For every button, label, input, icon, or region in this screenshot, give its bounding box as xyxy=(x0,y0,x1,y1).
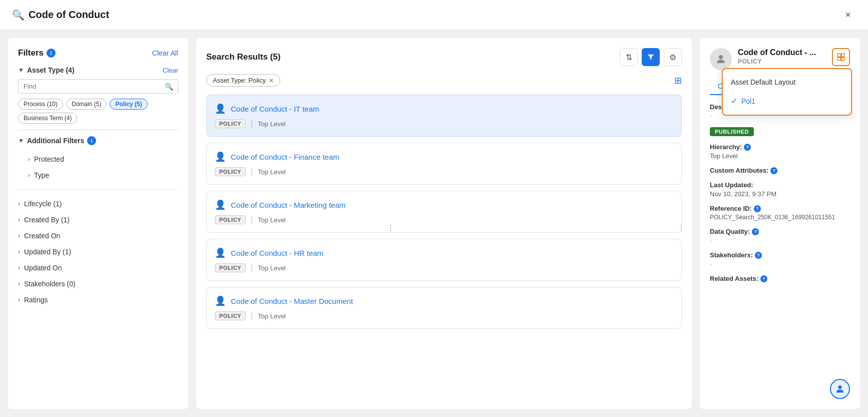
result-item-1-level: Top Level xyxy=(258,168,286,176)
result-item-1-policy-tag: POLICY xyxy=(215,167,246,176)
chevron-right-icon-2: › xyxy=(28,172,30,179)
additional-filters-title[interactable]: ▼ Additional Filters i xyxy=(18,136,96,145)
chevron-down-icon: ▼ xyxy=(18,67,24,74)
filter-tag-business-term[interactable]: Business Term (4) xyxy=(18,113,77,124)
settings-button[interactable]: ⚙ xyxy=(664,48,682,66)
result-item-4-title: Code of Conduct - Master Document xyxy=(231,297,353,305)
detail-asset-icon xyxy=(710,48,732,70)
dropdown-item-pol1[interactable]: ✓ Pol1 xyxy=(723,91,851,111)
result-item-1-icon: 👤 xyxy=(215,151,226,162)
detail-reference-id-label: Reference ID: ? xyxy=(710,205,850,212)
detail-data-quality-value: - xyxy=(710,237,850,244)
divider-2 xyxy=(18,189,178,190)
result-item-3-title: Code of Conduct - HR team xyxy=(231,249,323,257)
svg-rect-3 xyxy=(837,58,840,61)
asset-type-header: ▼ Asset Type (4) Clear xyxy=(18,66,178,74)
bottom-avatar[interactable] xyxy=(830,379,850,399)
detail-header: Code of Conduct - ... POLICY xyxy=(710,48,850,70)
filters-info-icon: i xyxy=(47,49,56,58)
protected-filter-row[interactable]: › Protected xyxy=(18,151,178,167)
chevron-down-icon-2: ▼ xyxy=(18,137,24,144)
data-quality-help-icon: ? xyxy=(752,228,759,235)
filters-panel: Filters i Clear All ▼ Asset Type (4) Cle… xyxy=(8,38,188,409)
ratings-filter-row[interactable]: › Ratings xyxy=(18,292,178,308)
detail-related-assets-field: Related Assets: ? xyxy=(710,275,850,282)
updated-on-filter-row[interactable]: › Updated On xyxy=(18,260,178,276)
active-filters-bar: Asset Type: Policy ✕ ⊞ xyxy=(206,74,682,87)
filter-tag-domain[interactable]: Domain (5) xyxy=(66,99,107,110)
meta-divider: | xyxy=(251,119,253,128)
detail-reference-id-value: POLICY_Search_250K_0136_1699261011551 xyxy=(710,214,850,221)
result-item-0[interactable]: 👤 Code of Conduct - IT team POLICY | Top… xyxy=(206,95,682,137)
result-item-3[interactable]: 👤 Code of Conduct - HR team POLICY | Top… xyxy=(206,239,682,281)
filter-tag-policy[interactable]: Policy (5) xyxy=(110,99,147,110)
detail-data-quality-field: Data Quality: ? - xyxy=(710,228,850,244)
result-item-4[interactable]: 👤 Code of Conduct - Master Document POLI… xyxy=(206,287,682,329)
asset-type-title[interactable]: ▼ Asset Type (4) xyxy=(18,66,75,74)
dropdown-item-asset-default[interactable]: Asset Default Layout xyxy=(723,73,851,91)
detail-stakeholders-value: - xyxy=(710,260,850,268)
stakeholders-filter-row[interactable]: › Stakeholders (0) xyxy=(18,276,178,292)
detail-title-area: Code of Conduct - ... POLICY xyxy=(738,48,826,65)
result-item-3-icon: 👤 xyxy=(215,247,226,258)
lifecycle-filter-row[interactable]: › Lifecycle (1) xyxy=(18,196,178,212)
close-button[interactable]: × xyxy=(840,7,856,23)
filter-active-button[interactable] xyxy=(642,48,660,66)
filter-options-icon[interactable]: ⊞ xyxy=(674,75,682,86)
search-results-header: Search Results (5) ⇅ ⚙ xyxy=(206,48,682,66)
main-layout: Filters i Clear All ▼ Asset Type (4) Cle… xyxy=(0,30,868,417)
check-icon: ✓ xyxy=(731,96,737,106)
result-item-0-meta: POLICY | Top Level xyxy=(215,119,673,128)
asset-type-find-input[interactable] xyxy=(18,79,178,94)
chevron-right-icon-5: › xyxy=(18,232,20,239)
result-item-1[interactable]: 👤 Code of Conduct - Finance team POLICY … xyxy=(206,143,682,185)
result-item-2-policy-tag: POLICY xyxy=(215,215,246,224)
result-item-0-level: Top Level xyxy=(258,120,286,128)
sort-button[interactable]: ⇅ xyxy=(620,48,638,66)
asset-type-search-box: 🔍 xyxy=(18,79,178,94)
filters-title: Filters i xyxy=(18,48,56,58)
created-by-filter-row[interactable]: › Created By (1) xyxy=(18,212,178,228)
updated-by-filter-row[interactable]: › Updated By (1) xyxy=(18,244,178,260)
detail-data-quality-label: Data Quality: ? xyxy=(710,228,850,235)
divider-1 xyxy=(18,130,178,130)
custom-attributes-help-icon: ? xyxy=(770,167,777,174)
search-results-title: Search Results (5) xyxy=(206,52,280,62)
type-filter-row[interactable]: › Type xyxy=(18,167,178,183)
chevron-right-icon-7: › xyxy=(18,264,20,271)
active-filter-policy-tag: Asset Type: Policy ✕ xyxy=(206,74,280,87)
result-item-2[interactable]: 👤 Code of Conduct - Marketing team POLIC… xyxy=(206,191,682,233)
filters-header: Filters i Clear All xyxy=(18,48,178,58)
result-item-2-icon: 👤 xyxy=(215,199,226,210)
chevron-right-icon-8: › xyxy=(18,280,20,287)
chevron-right-icon: › xyxy=(28,156,30,163)
vertical-dots-left: ··· xyxy=(385,224,397,232)
svg-rect-1 xyxy=(837,54,840,57)
hierarchy-help-icon: ? xyxy=(744,144,751,151)
asset-type-clear-link[interactable]: Clear xyxy=(163,67,178,74)
svg-rect-2 xyxy=(841,54,844,57)
detail-related-assets-label: Related Assets: ? xyxy=(710,275,850,282)
layout-button[interactable] xyxy=(832,48,850,66)
remove-filter-icon[interactable]: ✕ xyxy=(269,77,274,84)
created-on-filter-row[interactable]: › Created On xyxy=(18,228,178,244)
detail-hierarchy-field: Hierarchy: ? Top Level xyxy=(710,143,850,160)
page-title: 🔍 Code of Conduct xyxy=(12,9,109,21)
reference-id-help-icon: ? xyxy=(754,205,761,212)
clear-all-link[interactable]: Clear All xyxy=(152,49,178,57)
filter-tag-process[interactable]: Process (10) xyxy=(18,99,63,110)
chevron-right-icon-3: › xyxy=(18,200,20,207)
result-item-0-title: Code of Conduct - IT team xyxy=(231,105,319,113)
additional-filters-header: ▼ Additional Filters i xyxy=(18,136,178,145)
detail-custom-attributes-field: Custom Attributes: ? xyxy=(710,167,850,174)
search-icon: 🔍 xyxy=(12,9,25,21)
detail-stakeholders-field: Stakeholders: ? - xyxy=(710,251,850,268)
search-box-icon: 🔍 xyxy=(165,83,173,91)
result-item-0-icon: 👤 xyxy=(215,103,226,114)
svg-point-5 xyxy=(838,385,841,389)
detail-subtitle: POLICY xyxy=(738,58,826,65)
status-badge: PUBLISHED xyxy=(710,127,754,136)
header-actions: ⇅ ⚙ xyxy=(620,48,682,66)
stakeholders-help-icon: ? xyxy=(755,252,762,259)
detail-reference-id-field: Reference ID: ? POLICY_Search_250K_0136_… xyxy=(710,205,850,221)
